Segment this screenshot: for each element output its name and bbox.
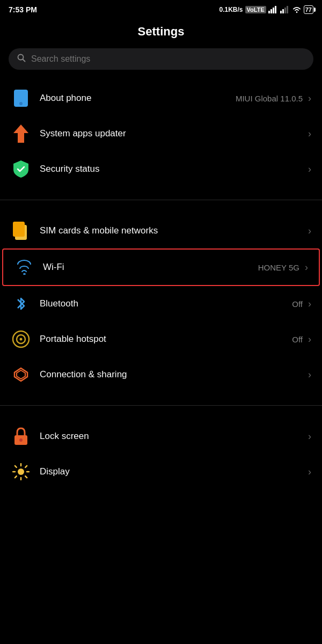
status-icons: 0.1KB/s VoLTE 77 <box>219 5 313 14</box>
about-phone-label: About phone <box>40 93 91 104</box>
security-status-content: Security status › <box>40 164 311 175</box>
system-apps-label: System apps updater <box>40 128 126 139</box>
time-display: 7:53 PM <box>9 5 37 14</box>
lock-screen-content: Lock screen › <box>40 431 311 442</box>
svg-rect-6 <box>284 8 286 13</box>
security-status-label: Security status <box>40 164 100 174</box>
bluetooth-item[interactable]: Bluetooth Off › <box>0 286 322 321</box>
sim-cards-chevron: › <box>308 225 311 237</box>
status-bar: 7:53 PM 0.1KB/s VoLTE 77 <box>0 0 322 17</box>
hotspot-item[interactable]: Portable hotspot Off › <box>0 321 322 357</box>
svg-rect-2 <box>273 8 274 13</box>
connection-content: Connection & sharing › <box>40 369 311 380</box>
display-label: Display <box>40 466 70 477</box>
bluetooth-content: Bluetooth Off › <box>40 298 311 310</box>
bluetooth-chevron: › <box>308 298 311 310</box>
about-phone-content: About phone MIUI Global 11.0.5 › <box>40 93 311 104</box>
lock-screen-label: Lock screen <box>40 431 89 442</box>
wifi-chevron: › <box>305 262 308 273</box>
connection-item[interactable]: Connection & sharing › <box>0 357 322 392</box>
svg-rect-1 <box>270 9 272 13</box>
search-icon <box>17 54 26 64</box>
svg-rect-7 <box>287 6 288 13</box>
bluetooth-label: Bluetooth <box>40 298 78 309</box>
svg-marker-11 <box>13 125 28 143</box>
divider-2 <box>0 405 322 406</box>
search-bar[interactable] <box>9 48 313 70</box>
svg-rect-0 <box>268 11 270 13</box>
wifi-label: Wi-Fi <box>43 262 64 273</box>
sim-cards-content: SIM cards & mobile networks › <box>40 225 311 237</box>
wifi-value: HONEY 5G <box>258 263 299 272</box>
battery-indicator: 77 <box>304 5 313 14</box>
sim-cards-item[interactable]: SIM cards & mobile networks › <box>0 213 322 248</box>
svg-rect-5 <box>282 9 284 13</box>
system-apps-item[interactable]: System apps updater › <box>0 116 322 151</box>
system-apps-icon <box>11 123 31 144</box>
svg-rect-13 <box>13 222 25 237</box>
signal-icon-2 <box>280 6 290 13</box>
system-apps-content: System apps updater › <box>40 128 311 140</box>
lock-screen-chevron: › <box>308 431 311 442</box>
sim-cards-icon <box>11 221 31 241</box>
sim-cards-label: SIM cards & mobile networks <box>40 225 158 236</box>
connection-label: Connection & sharing <box>40 369 127 380</box>
network-speed: 0.1KB/s <box>219 6 243 13</box>
hotspot-chevron: › <box>308 334 311 345</box>
svg-line-10 <box>23 60 25 62</box>
svg-point-16 <box>20 338 23 341</box>
svg-rect-4 <box>280 11 282 13</box>
connection-icon <box>11 364 31 385</box>
system-apps-chevron: › <box>308 128 311 140</box>
divider-1 <box>0 200 322 200</box>
svg-marker-18 <box>17 370 25 379</box>
svg-rect-3 <box>275 6 276 13</box>
search-input[interactable] <box>31 54 305 64</box>
svg-point-8 <box>296 12 297 13</box>
wifi-content: Wi-Fi HONEY 5G › <box>43 262 308 273</box>
lock-screen-icon <box>11 426 31 447</box>
hotspot-icon <box>11 329 31 349</box>
wifi-icon <box>14 257 34 277</box>
about-phone-icon <box>11 88 31 108</box>
hotspot-value: Off <box>292 335 303 344</box>
security-status-chevron: › <box>308 164 311 175</box>
bluetooth-value: Off <box>292 299 303 309</box>
hotspot-label: Portable hotspot <box>40 334 106 345</box>
lock-screen-item[interactable]: Lock screen › <box>0 419 322 454</box>
network-type: VoLTE <box>245 6 266 13</box>
bluetooth-icon <box>11 294 31 314</box>
svg-point-20 <box>19 438 23 442</box>
svg-line-28 <box>25 466 27 467</box>
svg-line-27 <box>25 476 27 478</box>
wifi-status-icon <box>292 6 302 13</box>
security-status-item[interactable]: Security status › <box>0 151 322 187</box>
section-gap-2 <box>0 392 322 403</box>
svg-line-26 <box>15 466 17 467</box>
display-chevron: › <box>308 466 311 478</box>
security-status-icon <box>11 159 31 179</box>
display-item[interactable]: Display › <box>0 454 322 489</box>
page-title: Settings <box>0 17 322 48</box>
signal-icon-1 <box>268 6 278 13</box>
about-phone-chevron: › <box>308 93 311 104</box>
svg-line-29 <box>15 476 17 478</box>
hotspot-content: Portable hotspot Off › <box>40 334 311 345</box>
section-divider-1 <box>0 187 322 197</box>
wifi-item[interactable]: Wi-Fi HONEY 5G › <box>2 248 320 286</box>
display-content: Display › <box>40 466 311 478</box>
section-gap-1 <box>0 202 322 213</box>
display-icon <box>11 462 31 482</box>
connection-chevron: › <box>308 369 311 380</box>
section-gap-3 <box>0 408 322 419</box>
about-phone-value: MIUI Global 11.0.5 <box>236 94 303 103</box>
svg-point-21 <box>18 469 24 475</box>
about-phone-item[interactable]: About phone MIUI Global 11.0.5 › <box>0 80 322 116</box>
